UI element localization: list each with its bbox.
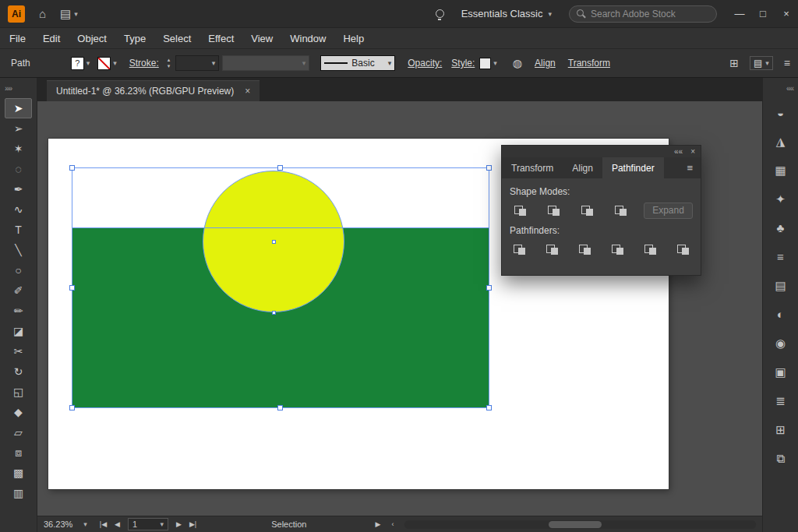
opacity-label[interactable]: Opacity: bbox=[408, 58, 442, 69]
menu-select[interactable]: Select bbox=[154, 28, 200, 48]
scissors-tool[interactable]: ✂ bbox=[0, 341, 37, 361]
eraser-tool[interactable]: ◪ bbox=[0, 321, 37, 341]
ellipse-tool[interactable]: ○ bbox=[0, 260, 37, 280]
gradient-panel-icon[interactable]: ▤ bbox=[763, 271, 798, 300]
minus-back-button[interactable] bbox=[673, 241, 693, 258]
paintbrush-tool[interactable]: ✐ bbox=[0, 280, 37, 301]
panel-collapse-icon[interactable]: «« bbox=[674, 147, 683, 156]
chevron-down-icon[interactable]: ▾ bbox=[493, 59, 497, 67]
type-tool[interactable]: T bbox=[0, 220, 37, 240]
app-logo-icon[interactable]: Ai bbox=[8, 5, 25, 23]
pen-tool[interactable]: ✒ bbox=[0, 179, 37, 199]
handle-top-center[interactable] bbox=[277, 165, 283, 171]
direct-selection-tool[interactable]: ➢ bbox=[0, 118, 37, 139]
handle-bottom-left[interactable] bbox=[69, 405, 75, 410]
stroke-weight-combo[interactable]: ▾ bbox=[175, 55, 219, 71]
stroke-weight-stepper[interactable]: ▴ ▾ bbox=[165, 57, 173, 69]
merge-button[interactable] bbox=[575, 241, 595, 258]
circle-center-anchor[interactable] bbox=[272, 240, 276, 244]
home-icon[interactable]: ⌂ bbox=[39, 7, 46, 20]
document-tab[interactable]: Untitled-1* @ 36.23% (RGB/GPU Preview) × bbox=[47, 80, 260, 101]
artboard-number-combo[interactable]: 1 ▾ bbox=[128, 518, 168, 530]
gradient-tool[interactable]: ▥ bbox=[0, 483, 37, 503]
flyout-left-icon[interactable]: ‹ bbox=[391, 520, 394, 528]
stroke-label[interactable]: Stroke: bbox=[129, 58, 159, 69]
next-artboard-icon[interactable]: ▶ bbox=[176, 520, 182, 528]
stroke-panel-icon[interactable]: ≡ bbox=[763, 242, 798, 271]
lightbulb-icon[interactable] bbox=[436, 9, 444, 18]
fill-swatch[interactable]: ? bbox=[71, 57, 84, 70]
magic-wand-tool[interactable]: ✶ bbox=[0, 139, 37, 159]
layers-panel-icon[interactable]: ≣ bbox=[763, 386, 798, 415]
tab-align[interactable]: Align bbox=[563, 157, 602, 178]
selection-tool[interactable]: ➤ bbox=[5, 98, 32, 118]
menu-window[interactable]: Window bbox=[281, 28, 334, 48]
crop-button[interactable] bbox=[608, 241, 627, 258]
unite-button[interactable] bbox=[510, 202, 530, 219]
shape-builder-tool[interactable]: ⧈ bbox=[0, 442, 37, 463]
arrange-grid-icon[interactable]: ⊞ bbox=[729, 57, 739, 69]
menu-object[interactable]: Object bbox=[69, 28, 115, 48]
handle-bottom-right[interactable] bbox=[486, 405, 492, 410]
handle-middle-left[interactable] bbox=[69, 285, 75, 291]
stepper-up-icon[interactable]: ▴ bbox=[165, 57, 173, 63]
stroke-control[interactable]: ▾ bbox=[97, 57, 117, 70]
circle-bottom-anchor[interactable] bbox=[272, 311, 276, 315]
menu-effect[interactable]: Effect bbox=[200, 28, 242, 48]
minus-front-button[interactable] bbox=[543, 202, 563, 219]
graphic-styles-panel-icon[interactable]: ▣ bbox=[763, 358, 798, 386]
handle-top-left[interactable] bbox=[69, 165, 75, 171]
outline-button[interactable] bbox=[641, 241, 660, 258]
asset-export-panel-icon[interactable]: ⧉ bbox=[763, 444, 798, 473]
menu-view[interactable]: View bbox=[242, 28, 281, 48]
rotate-tool[interactable]: ↻ bbox=[0, 361, 37, 382]
style-swatch[interactable] bbox=[479, 58, 491, 69]
workspace-switcher[interactable]: Essentials Classic ▾ bbox=[461, 8, 552, 19]
panel-menu-icon[interactable]: ≡ bbox=[679, 157, 701, 178]
intersect-button[interactable] bbox=[577, 202, 597, 219]
menu-help[interactable]: Help bbox=[334, 28, 373, 48]
handle-bottom-center[interactable] bbox=[277, 405, 283, 410]
align-link[interactable]: Align bbox=[535, 58, 556, 69]
color-guide-panel-icon[interactable]: ◮ bbox=[763, 127, 798, 156]
lasso-tool[interactable]: ◌ bbox=[0, 159, 37, 179]
scrollbar-thumb[interactable] bbox=[549, 521, 602, 528]
appearance-panel-icon[interactable]: ◉ bbox=[763, 329, 798, 358]
horizontal-scrollbar[interactable] bbox=[404, 520, 756, 529]
menu-edit[interactable]: Edit bbox=[34, 28, 69, 48]
chevron-down-icon[interactable]: ▾ bbox=[87, 59, 90, 67]
brush-definition-combo[interactable]: Basic ▾ bbox=[320, 55, 395, 71]
stroke-swatch-none[interactable] bbox=[97, 57, 111, 70]
workspace-layout-icon[interactable]: ▤ ▾ bbox=[60, 7, 78, 21]
tab-transform[interactable]: Transform bbox=[502, 157, 563, 178]
stock-search[interactable] bbox=[569, 5, 717, 23]
transparency-panel-icon[interactable]: ◐ bbox=[763, 300, 798, 329]
panel-dock-toggle[interactable]: ▤ ▾ bbox=[750, 56, 773, 70]
line-segment-tool[interactable]: ╲ bbox=[0, 240, 37, 260]
mesh-tool[interactable]: ▩ bbox=[0, 463, 37, 483]
first-artboard-icon[interactable]: |◀ bbox=[100, 520, 107, 528]
tab-close-icon[interactable]: × bbox=[245, 86, 250, 97]
style-label[interactable]: Style: bbox=[451, 58, 475, 69]
free-transform-tool[interactable]: ▱ bbox=[0, 422, 37, 442]
previous-artboard-icon[interactable]: ◀ bbox=[115, 520, 120, 528]
curvature-tool[interactable]: ∿ bbox=[0, 199, 37, 220]
chevron-down-icon[interactable]: ▾ bbox=[113, 59, 117, 67]
minimize-button[interactable]: — bbox=[728, 0, 751, 28]
stepper-down-icon[interactable]: ▾ bbox=[165, 63, 173, 69]
close-button[interactable]: × bbox=[775, 0, 798, 28]
document-setup-globe-icon[interactable]: ◍ bbox=[513, 57, 522, 69]
trim-button[interactable] bbox=[542, 241, 562, 258]
panel-close-icon[interactable]: × bbox=[690, 147, 695, 156]
artboards-panel-icon[interactable]: ⊞ bbox=[763, 415, 798, 444]
width-tool[interactable]: ◆ bbox=[0, 402, 37, 422]
symbols-panel-icon[interactable]: ♣ bbox=[763, 213, 798, 242]
brushes-panel-icon[interactable]: ✦ bbox=[763, 185, 798, 213]
selection-bounding-box[interactable] bbox=[72, 167, 489, 408]
status-indicator[interactable]: Selection bbox=[271, 520, 306, 529]
exclude-button[interactable] bbox=[610, 202, 630, 219]
last-artboard-icon[interactable]: ▶| bbox=[189, 520, 196, 528]
transform-link[interactable]: Transform bbox=[568, 58, 610, 69]
control-menu-icon[interactable]: ≡ bbox=[784, 57, 790, 69]
maximize-button[interactable]: □ bbox=[751, 0, 775, 28]
